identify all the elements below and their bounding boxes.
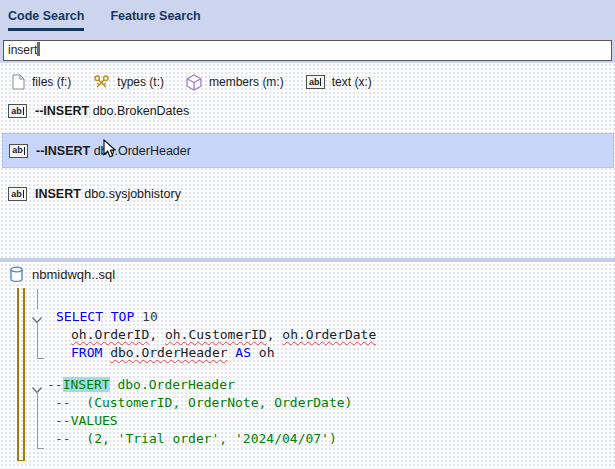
code-line-from: FROM dbo.OrderHeader AS oh [71, 345, 275, 360]
collapse-chevron-icon[interactable] [31, 311, 43, 320]
filter-row: files (f:) types (t:) [12, 72, 394, 92]
filter-members-label: members (m:) [209, 75, 284, 89]
cube-icon [186, 74, 202, 91]
search-input[interactable]: insert [3, 40, 612, 61]
tab-code-search[interactable]: Code Search [8, 9, 84, 31]
mouse-cursor-icon [103, 139, 117, 163]
outline-guide [37, 289, 38, 309]
result-row-orderheader-selected[interactable]: ab --INSERT dbo.OrderHeader [2, 133, 614, 168]
outline-guide-end [37, 358, 44, 359]
keys-icon [93, 74, 110, 91]
filter-files-label: files (f:) [32, 75, 71, 89]
result-row-brokendates[interactable]: ab --INSERT dbo.BrokenDates [0, 98, 615, 124]
result-object-name: dbo.BrokenDates [89, 104, 189, 118]
result-row-sysjobhistory[interactable]: ab INSERT dbo.sysjobhistory [0, 181, 615, 207]
result-object-name: dbo.sysjobhistory [81, 187, 181, 201]
tab-strip: Code Search Feature Search [0, 0, 615, 31]
search-results-area: files (f:) types (t:) [0, 63, 615, 469]
preview-file-title: nbmidwqh..sql [32, 267, 115, 282]
code-line-columns-comment: -- (CustomerID, OrderNote, OrderDate) [55, 395, 352, 410]
preview-file-header[interactable]: nbmidwqh..sql [10, 266, 115, 283]
filter-members[interactable]: members (m:) [186, 74, 284, 91]
result-match-text: INSERT [35, 187, 81, 201]
outline-guide-end [37, 448, 44, 449]
filter-text-label: text (x:) [332, 75, 372, 89]
code-line-values-data-comment: -- (2, 'Trial order', '2024/04/07') [55, 431, 337, 446]
results-preview-separator [0, 258, 615, 262]
filter-files[interactable]: files (f:) [12, 74, 71, 90]
text-box-icon-letters: ab [309, 78, 320, 87]
text-box-icon: ab [306, 75, 325, 89]
code-line-select: SELECT TOP 10 [56, 309, 158, 324]
top-bar: Code Search Feature Search insert [0, 0, 615, 63]
outline-guide [37, 392, 38, 448]
text-box-icon: ab [8, 104, 27, 118]
tab-feature-search[interactable]: Feature Search [110, 9, 200, 31]
search-input-value: insert [8, 43, 37, 57]
text-caret [37, 42, 40, 56]
outline-guide [37, 322, 38, 358]
code-line-values-comment: --VALUES [55, 413, 118, 428]
filter-types-label: types (t:) [117, 75, 164, 89]
result-match-text: --INSERT [36, 144, 90, 158]
file-icon [12, 74, 25, 90]
text-box-icon: ab [8, 187, 27, 201]
collapse-chevron-icon[interactable] [31, 381, 43, 390]
filter-text[interactable]: ab text (x:) [306, 75, 372, 89]
code-line-columns: oh.OrderID, oh.CustomerID, oh.OrderDate [71, 327, 376, 342]
text-box-icon: ab [9, 144, 28, 158]
search-match-highlight: INSERT [63, 377, 110, 392]
filter-types[interactable]: types (t:) [93, 74, 164, 91]
code-search-window: Code Search Feature Search insert files … [0, 0, 615, 469]
database-icon [10, 266, 23, 283]
code-line-insert-comment: --INSERT dbo.OrderHeader [47, 377, 235, 392]
result-match-text: --INSERT [35, 104, 89, 118]
change-tracking-bar [17, 288, 25, 461]
